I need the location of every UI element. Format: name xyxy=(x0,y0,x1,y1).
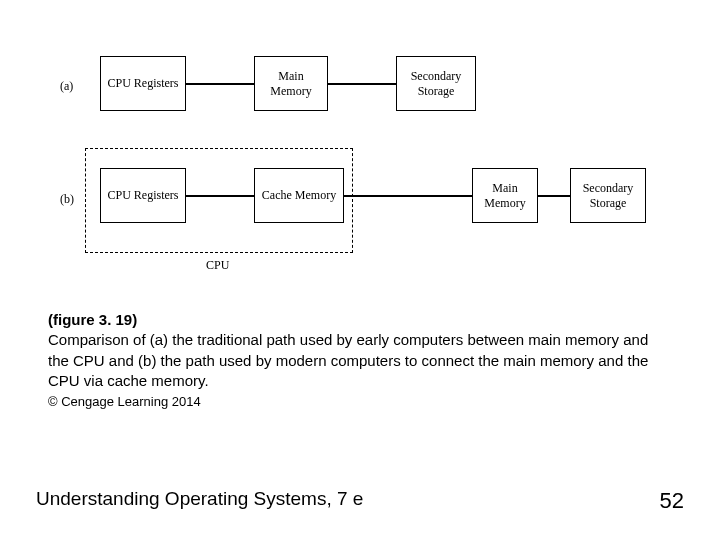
box-b-cpu-registers: CPU Registers xyxy=(100,168,186,223)
box-b-secondary-storage: SecondaryStorage xyxy=(570,168,646,223)
caption-block: (figure 3. 19) Comparison of (a) the tra… xyxy=(48,310,668,411)
row-b-label: (b) xyxy=(60,192,74,207)
connector-a-1 xyxy=(186,83,254,85)
connector-a-2 xyxy=(328,83,396,85)
box-b-main-memory: MainMemory xyxy=(472,168,538,223)
cpu-group-label: CPU xyxy=(206,258,229,273)
footer-book-title: Understanding Operating Systems, 7 e xyxy=(36,488,363,510)
box-a-cpu-registers: CPU Registers xyxy=(100,56,186,111)
box-b-cache-memory: Cache Memory xyxy=(254,168,344,223)
connector-b-1 xyxy=(186,195,254,197)
diagram-area: (a) CPU Registers MainMemory SecondarySt… xyxy=(0,0,720,300)
box-a-secondary-storage: SecondaryStorage xyxy=(396,56,476,111)
connector-b-2 xyxy=(344,195,472,197)
box-a-main-memory: MainMemory xyxy=(254,56,328,111)
footer-page-number: 52 xyxy=(660,488,684,514)
figure-copyright: © Cengage Learning 2014 xyxy=(48,393,668,411)
row-a-label: (a) xyxy=(60,79,73,94)
figure-body: Comparison of (a) the traditional path u… xyxy=(48,330,668,391)
connector-b-3 xyxy=(538,195,570,197)
figure-title: (figure 3. 19) xyxy=(48,310,668,330)
